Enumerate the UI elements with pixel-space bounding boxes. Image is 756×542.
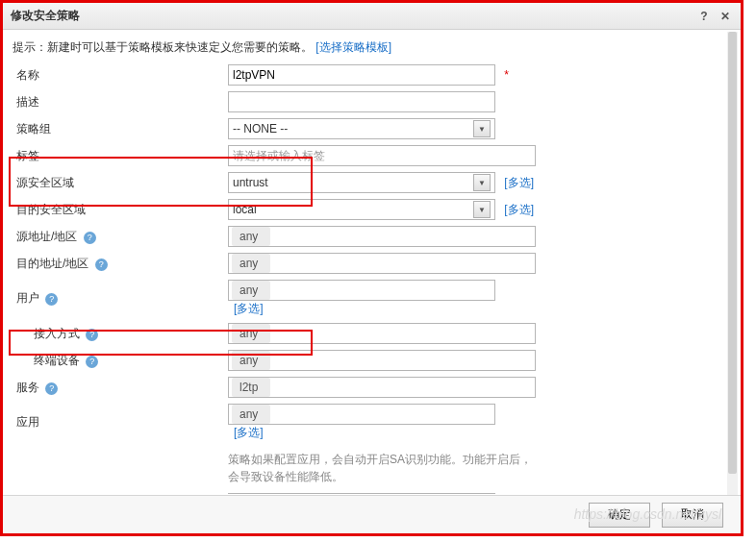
access-field[interactable]: any bbox=[228, 323, 536, 344]
user-field[interactable]: any bbox=[228, 280, 495, 301]
security-policy-dialog: 修改安全策略 ? ✕ 提示：新建时可以基于策略模板来快速定义您需要的策略。 [选… bbox=[0, 0, 743, 536]
service-field[interactable]: l2tp bbox=[228, 377, 536, 398]
label-device: 终端设备 bbox=[34, 354, 80, 367]
help-icon[interactable]: ? bbox=[95, 259, 108, 271]
close-icon[interactable]: ✕ bbox=[718, 9, 733, 24]
group-select[interactable]: -- NONE -- ▼ bbox=[228, 118, 495, 139]
label-access: 接入方式 bbox=[34, 327, 80, 340]
scrollbar[interactable] bbox=[727, 32, 738, 498]
cancel-button[interactable]: 取消 bbox=[662, 503, 723, 528]
dstzone-value: local bbox=[233, 203, 257, 216]
device-field[interactable]: any bbox=[228, 350, 536, 371]
chevron-down-icon: ▼ bbox=[473, 120, 491, 137]
srczone-value: untrust bbox=[233, 176, 268, 189]
name-field[interactable] bbox=[228, 64, 495, 86]
dstaddr-field[interactable]: any bbox=[228, 253, 536, 274]
ok-button[interactable]: 确定 bbox=[589, 503, 650, 528]
desc-field[interactable] bbox=[228, 91, 495, 112]
srczone-select[interactable]: untrust ▼ bbox=[228, 172, 495, 193]
label-dstaddr: 目的地址/地区 bbox=[16, 257, 88, 270]
dialog-title: 修改安全策略 bbox=[11, 8, 80, 24]
label-srcaddr: 源地址/地区 bbox=[16, 230, 77, 243]
help-icon[interactable]: ? bbox=[84, 232, 96, 244]
label-srczone: 源安全区域 bbox=[16, 176, 74, 189]
hint-text: 提示：新建时可以基于策略模板来快速定义您需要的策略。 bbox=[13, 40, 313, 54]
help-icon[interactable]: ? bbox=[86, 329, 98, 341]
help-icon[interactable]: ? bbox=[45, 382, 58, 395]
chevron-down-icon: ▼ bbox=[473, 174, 491, 191]
label-user: 用户 bbox=[16, 291, 39, 305]
srcaddr-field[interactable]: any bbox=[228, 226, 536, 247]
label-tag: 标签 bbox=[16, 149, 39, 162]
dstzone-select[interactable]: local ▼ bbox=[228, 199, 495, 220]
app-field[interactable]: any bbox=[228, 404, 495, 425]
srczone-multi-link[interactable]: [多选] bbox=[504, 176, 534, 189]
label-desc: 描述 bbox=[16, 95, 39, 109]
group-value: -- NONE -- bbox=[233, 122, 288, 136]
app-multi-link[interactable]: [多选] bbox=[234, 426, 264, 439]
scrollbar-thumb[interactable] bbox=[728, 32, 737, 474]
label-service: 服务 bbox=[16, 381, 39, 394]
dstzone-multi-link[interactable]: [多选] bbox=[504, 203, 534, 216]
help-icon[interactable]: ? bbox=[45, 293, 58, 306]
label-name: 名称 bbox=[16, 68, 39, 82]
urlcat-field[interactable]: any bbox=[228, 493, 495, 494]
app-note: 策略如果配置应用，会自动开启SA识别功能。功能开启后，会导致设备性能降低。 bbox=[228, 447, 536, 487]
label-app: 应用 bbox=[16, 415, 39, 429]
label-group: 策略组 bbox=[16, 122, 51, 136]
dialog-titlebar: 修改安全策略 ? ✕ bbox=[3, 3, 741, 30]
template-link[interactable]: [选择策略模板] bbox=[315, 40, 391, 54]
user-multi-link[interactable]: [多选] bbox=[234, 302, 264, 315]
label-dstzone: 目的安全区域 bbox=[16, 203, 86, 216]
help-icon[interactable]: ? bbox=[86, 356, 98, 368]
form-area: 名称 * 描述 策略组 -- NONE -- ▼ bbox=[3, 62, 741, 494]
hint-bar: 提示：新建时可以基于策略模板来快速定义您需要的策略。 [选择策略模板] bbox=[3, 30, 741, 62]
help-icon[interactable]: ? bbox=[696, 9, 712, 24]
dialog-footer: 确定 取消 bbox=[3, 495, 741, 533]
tag-field[interactable]: 请选择或输入标签 bbox=[228, 145, 536, 166]
required-star: * bbox=[504, 68, 509, 82]
chevron-down-icon: ▼ bbox=[473, 201, 491, 218]
